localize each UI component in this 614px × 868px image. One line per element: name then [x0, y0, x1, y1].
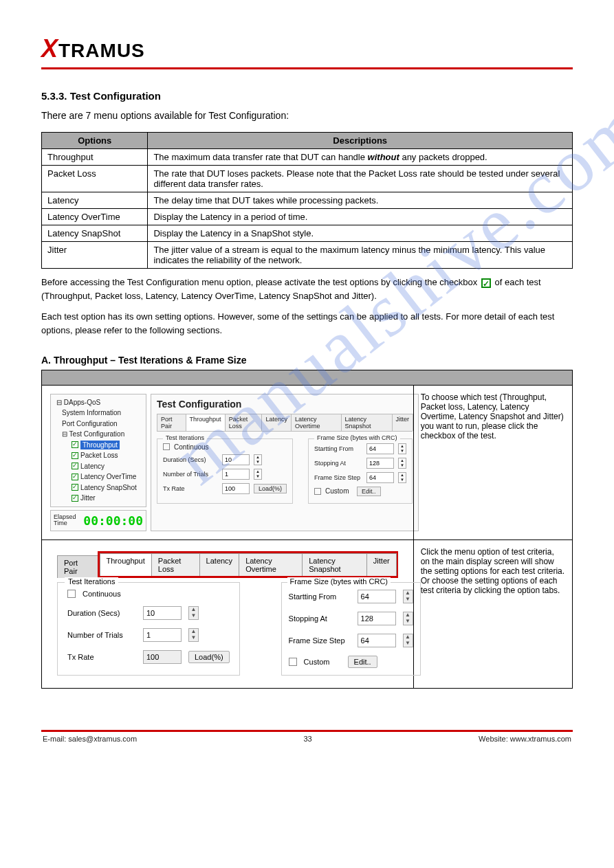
tab-packetloss[interactable]: Packet Loss [225, 414, 263, 431]
section-heading: 5.3.3. Test Configuration [41, 90, 573, 102]
spinner-icon[interactable]: ▲▼ [398, 458, 406, 469]
tab2-latency[interactable]: Latency [199, 553, 240, 576]
tab-throughput[interactable]: Throughput [186, 414, 226, 431]
checkbox-icon[interactable] [72, 495, 78, 502]
opt-throughput: Throughput [42, 149, 148, 166]
logo-text: TRAMUS [58, 40, 145, 61]
tabs: Port Pair Throughput Packet Loss Latency… [157, 414, 413, 432]
start-input[interactable] [366, 443, 394, 454]
logo: XTRAMUS [41, 34, 573, 66]
custom-checkbox[interactable] [314, 488, 321, 495]
tree-root[interactable]: ⊟ DApps-QoS [52, 397, 144, 408]
tab2-latency-snapshot[interactable]: Latency Snapshot [302, 553, 367, 576]
table-row: Throughput The maximum data transfer rat… [42, 149, 573, 166]
legend-frame-size: Frame Size (bytes with CRC) [314, 434, 400, 441]
tree-item-latency[interactable]: Latency [52, 461, 144, 472]
tab2-latency-overtime[interactable]: Latency Overtime [239, 553, 303, 576]
definitions-table: Options Descriptions Throughput The maxi… [41, 132, 573, 269]
table-row: ⊟ DApps-QoS System Information Port Conf… [42, 385, 573, 539]
spinner-icon[interactable]: ▲▼ [188, 628, 199, 642]
tree-item-sysinfo[interactable]: System Information [52, 408, 144, 419]
txrate-input[interactable] [222, 483, 250, 494]
tab-latency[interactable]: Latency [261, 414, 292, 431]
desc-jitter: The jitter value of a stream is equal to… [148, 242, 573, 269]
footer-email: E-mail: sales@xtramus.com [43, 735, 137, 743]
continuous-label: Continuous [174, 443, 209, 451]
tab-latency-overtime[interactable]: Latency Overtime [291, 414, 342, 431]
checkbox-icon[interactable] [72, 441, 78, 448]
tab-latency-snapshot[interactable]: Latency Snapshot [341, 414, 393, 431]
checkbox-icon[interactable] [72, 484, 78, 491]
tree-item-jitter[interactable]: Jitter [52, 493, 144, 504]
continuous-checkbox[interactable] [163, 443, 170, 450]
elapsed-value: 00:00:00 [83, 513, 143, 528]
screenshot-2: Port Pair Throughput Packet Loss Latency… [46, 544, 409, 684]
spinner-icon[interactable]: ▲▼ [403, 590, 413, 603]
tab-portpair[interactable]: Port Pair [157, 414, 186, 431]
continuous-checkbox-2[interactable] [67, 590, 76, 598]
spinner-icon[interactable]: ▲▼ [403, 634, 413, 647]
config-panel: Test Configuration Port Pair Throughput … [151, 394, 419, 531]
txrate-input-2[interactable] [143, 650, 182, 664]
spinner-icon[interactable]: ▲▼ [254, 454, 262, 465]
spinner-icon[interactable]: ▲▼ [398, 443, 406, 454]
tab2-throughput[interactable]: Throughput [100, 553, 152, 576]
desc-pre: The maximum data transfer rate that DUT … [153, 152, 367, 162]
txrate-unit-button-2[interactable]: Load(%) [188, 651, 230, 663]
edit-button-2[interactable]: Edit.. [348, 656, 377, 668]
elapsed-label: Elapsed Time [54, 514, 79, 526]
start-input-2[interactable] [358, 590, 396, 603]
trials-input-2[interactable] [143, 628, 182, 642]
panel-title: Test Configuration [157, 399, 413, 410]
table-row: Latency SnapShot Display the Latency in … [42, 225, 573, 242]
tree-item-throughput[interactable]: Throughput [52, 440, 144, 451]
stop-label-2: Stopping At [289, 614, 351, 623]
spinner-icon[interactable]: ▲▼ [403, 612, 413, 625]
opt-packetloss: Packet Loss [42, 166, 148, 192]
body-para-1: Before accessing the Test Configuration … [41, 276, 573, 303]
stop-input[interactable] [366, 458, 394, 469]
tab2-packetloss[interactable]: Packet Loss [151, 553, 200, 576]
step-input-2[interactable] [358, 634, 396, 647]
checkbox-icon[interactable] [72, 452, 78, 459]
step-label: Frame Size Step [314, 474, 362, 481]
spinner-icon[interactable]: ▲▼ [254, 469, 262, 480]
tab2-portpair[interactable]: Port Pair [57, 555, 98, 578]
custom-checkbox-2[interactable] [289, 658, 297, 666]
desc-latency-overtime: Display the Latency in a period of time. [148, 209, 573, 225]
desc-post: any packets dropped. [399, 152, 487, 162]
tabs-large: Port Pair Throughput Packet Loss Latency… [57, 551, 398, 578]
body-para-2: Each test option has its own setting opt… [41, 310, 573, 337]
test-config-table: ⊟ DApps-QoS System Information Port Conf… [41, 370, 573, 689]
continuous-label-2: Continuous [83, 590, 121, 598]
tree-item-testconfig[interactable]: ⊟ Test Configuration [52, 429, 144, 440]
stop-input-2[interactable] [358, 612, 396, 625]
tab2-jitter[interactable]: Jitter [366, 553, 397, 576]
tree-item-latency-snapshot[interactable]: Latency SnapShot [52, 482, 144, 493]
tree-item-portconfig[interactable]: Port Configuration [52, 419, 144, 430]
col-descriptions: Descriptions [148, 133, 573, 149]
tab-jitter[interactable]: Jitter [392, 414, 414, 431]
tree-item-packetloss[interactable]: Packet Loss [52, 450, 144, 461]
step-label-2: Frame Size Step [289, 636, 351, 645]
table-row: Port Pair Throughput Packet Loss Latency… [42, 539, 573, 688]
step-input[interactable] [366, 472, 394, 483]
spinner-icon[interactable]: ▲▼ [398, 472, 406, 483]
edit-button[interactable]: Edit.. [357, 487, 381, 496]
txrate-label: Tx Rate [163, 485, 218, 492]
txrate-unit-button[interactable]: Load(%) [254, 484, 287, 493]
tree-item-latency-overtime[interactable]: Latency OverTime [52, 471, 144, 482]
duration-input-2[interactable] [143, 606, 182, 620]
duration-input[interactable] [222, 454, 250, 465]
custom-label-2: Custom [304, 658, 341, 666]
elapsed-time-box: Elapsed Time 00:00:00 [50, 510, 146, 531]
table-row: Latency The delay time that DUT takes wh… [42, 192, 573, 209]
trials-label-2: Number of Trials [67, 631, 136, 639]
checkbox-icon[interactable] [72, 474, 78, 480]
frame-size-group: Frame Size (bytes with CRC) Startting Fr… [308, 438, 413, 504]
spinner-icon[interactable]: ▲▼ [188, 606, 199, 620]
desc-packetloss: The rate that DUT loses packets. Please … [148, 166, 573, 192]
trials-input[interactable] [222, 469, 250, 480]
trials-label: Number of Trials [163, 471, 218, 478]
checkbox-icon[interactable] [72, 463, 78, 469]
